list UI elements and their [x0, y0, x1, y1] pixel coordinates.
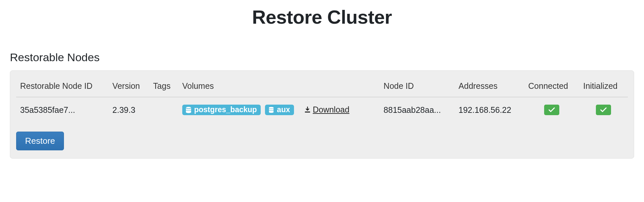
svg-rect-7: [269, 110, 274, 111]
check-icon: [600, 107, 607, 113]
col-addresses: Addresses: [454, 77, 524, 97]
cell-tags: [149, 97, 178, 122]
cell-addresses: 192.168.56.22: [454, 97, 524, 122]
volume-badge[interactable]: postgres_backup: [182, 105, 261, 115]
restorable-nodes-panel: Restorable Node ID Version Tags Volumes …: [10, 70, 634, 159]
cell-initialized: [579, 97, 628, 122]
col-restorable-node-id: Restorable Node ID: [16, 77, 108, 97]
col-node-id: Node ID: [380, 77, 454, 97]
connected-badge: [544, 105, 559, 115]
svg-rect-3: [186, 109, 191, 109]
cell-version: 2.39.3: [108, 97, 149, 122]
volume-badge-label: postgres_backup: [194, 106, 257, 114]
check-icon: [548, 107, 555, 113]
col-version: Version: [108, 77, 149, 97]
cell-node-id: 8815aab28aa...: [380, 97, 454, 122]
volume-badge[interactable]: aux: [265, 105, 294, 115]
svg-point-2: [186, 107, 191, 108]
svg-rect-8: [305, 112, 310, 113]
restore-button[interactable]: Restore: [16, 132, 64, 150]
col-initialized: Initialized: [579, 77, 628, 97]
cell-volumes: postgres_backup: [178, 97, 380, 122]
database-icon: [186, 107, 191, 113]
page-title: Restore Cluster: [10, 6, 634, 28]
restorable-nodes-table: Restorable Node ID Version Tags Volumes …: [16, 77, 628, 122]
download-label: Download: [313, 105, 349, 114]
database-icon: [268, 107, 274, 113]
initialized-badge: [596, 105, 611, 115]
table-row: 35a5385fae7... 2.39.3: [16, 97, 628, 122]
download-link[interactable]: Download: [304, 105, 349, 114]
cell-restorable-node-id: 35a5385fae7...: [16, 97, 108, 122]
col-volumes: Volumes: [178, 77, 380, 97]
cell-connected: [524, 97, 579, 122]
volume-badge-label: aux: [277, 106, 290, 114]
section-title-restorable-nodes: Restorable Nodes: [10, 51, 634, 64]
col-connected: Connected: [524, 77, 579, 97]
svg-rect-4: [186, 110, 191, 111]
col-tags: Tags: [149, 77, 178, 97]
svg-rect-6: [269, 109, 274, 109]
download-icon: [304, 107, 311, 113]
